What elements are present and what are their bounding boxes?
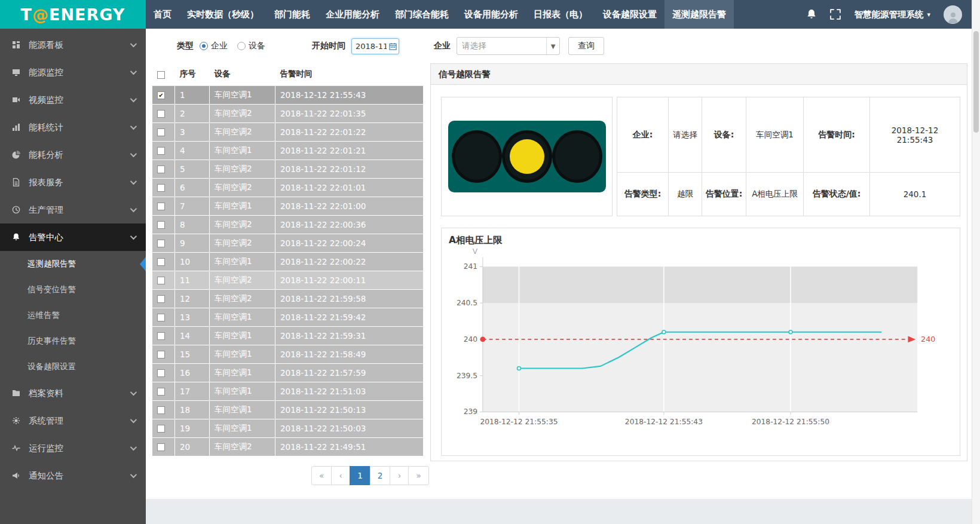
system-menu[interactable]: 智慧能源管理系统 ▾ bbox=[854, 9, 930, 20]
nav-item[interactable]: 实时数据（秒级） bbox=[179, 0, 267, 29]
row-checkbox[interactable] bbox=[157, 406, 165, 414]
table-row[interactable]: 3车间空调22018-11-22 22:01:22 bbox=[152, 122, 424, 141]
pagination: «‹12›» bbox=[311, 466, 429, 485]
info-label: 告警类型: bbox=[617, 173, 669, 216]
query-button[interactable]: 查询 bbox=[568, 37, 604, 55]
cell-no: 19 bbox=[175, 419, 210, 437]
table-row[interactable]: 11车间空调22018-11-22 22:00:11 bbox=[152, 271, 424, 289]
row-checkbox[interactable] bbox=[157, 110, 165, 118]
table-row[interactable]: ✔1车间空调12018-12-12 21:55:43 bbox=[152, 85, 424, 104]
row-checkbox[interactable] bbox=[157, 128, 165, 136]
row-checkbox[interactable] bbox=[157, 369, 165, 377]
row-checkbox[interactable] bbox=[157, 314, 165, 321]
chevron-down-icon: ▼ bbox=[546, 38, 559, 54]
sidebar-item[interactable]: 能源监控 bbox=[0, 59, 146, 86]
sidebar-subitem[interactable]: 运维告警 bbox=[0, 302, 146, 328]
table-row[interactable]: 10车间空调12018-11-22 22:00:22 bbox=[152, 252, 424, 271]
row-checkbox[interactable] bbox=[157, 221, 165, 229]
sidebar-subitem[interactable]: 信号变位告警 bbox=[0, 277, 146, 302]
table-row[interactable]: 6车间空调22018-11-22 22:01:01 bbox=[152, 178, 424, 197]
page-button-1[interactable]: 1 bbox=[350, 466, 370, 485]
table-row[interactable]: 8车间空调22018-11-22 22:00:36 bbox=[152, 215, 424, 234]
row-checkbox[interactable] bbox=[157, 240, 165, 247]
page-scrollbar[interactable] bbox=[972, 0, 980, 524]
page-button-2[interactable]: 2 bbox=[370, 466, 391, 485]
enterprise-select[interactable]: 请选择 ▼ bbox=[457, 37, 560, 55]
row-checkbox[interactable] bbox=[157, 295, 165, 303]
sidebar-subitem[interactable]: 遥测越限告警 bbox=[0, 251, 146, 277]
page-button-«[interactable]: « bbox=[311, 466, 332, 485]
cell-device: 车间空调1 bbox=[210, 85, 275, 104]
calendar-icon[interactable] bbox=[389, 42, 397, 50]
sidebar-item[interactable]: 报表服务 bbox=[0, 168, 146, 196]
table-row[interactable]: 14车间空调12018-11-22 21:59:31 bbox=[152, 326, 424, 345]
sidebar-item[interactable]: 系统管理 bbox=[0, 407, 146, 434]
nav-item[interactable]: 部门能耗 bbox=[267, 0, 318, 29]
app-logo[interactable]: T@ENERGY bbox=[0, 0, 146, 29]
sidebar-subitem[interactable]: 设备越限设置 bbox=[0, 354, 146, 379]
table-row[interactable]: 17车间空调12018-11-22 21:51:03 bbox=[152, 382, 424, 400]
dashboard-icon bbox=[12, 41, 22, 49]
sidebar-item[interactable]: 运行监控 bbox=[0, 434, 146, 462]
sidebar-item[interactable]: 视频监控 bbox=[0, 86, 146, 114]
page-button-‹[interactable]: ‹ bbox=[331, 466, 350, 485]
row-checkbox[interactable] bbox=[157, 351, 165, 358]
table-row[interactable]: 2车间空调22018-11-22 22:01:35 bbox=[152, 104, 424, 122]
cell-device: 车间空调2 bbox=[210, 215, 275, 234]
panel-title: 信号越限告警 bbox=[431, 64, 967, 85]
nav-item[interactable]: 遥测越限告警 bbox=[664, 0, 734, 29]
table-row[interactable]: 7车间空调12018-11-22 22:01:00 bbox=[152, 197, 424, 215]
table-row[interactable]: 4车间空调12018-11-22 22:01:21 bbox=[152, 141, 424, 160]
cell-time: 2018-11-22 22:01:12 bbox=[275, 160, 424, 178]
type-radio-企业[interactable]: 企业 bbox=[200, 41, 228, 51]
notifications-bell-icon[interactable] bbox=[806, 9, 817, 20]
scrollbar-thumb[interactable] bbox=[973, 31, 979, 133]
table-row[interactable]: 16车间空调12018-11-22 21:57:59 bbox=[152, 363, 424, 382]
fullscreen-icon[interactable] bbox=[830, 9, 841, 20]
table-row[interactable]: 18车间空调12018-11-22 21:50:13 bbox=[152, 400, 424, 419]
page-button-»[interactable]: » bbox=[408, 466, 428, 485]
run-monitor-icon bbox=[12, 444, 22, 452]
row-checkbox[interactable] bbox=[157, 203, 165, 210]
nav-item[interactable]: 设备越限设置 bbox=[595, 0, 664, 29]
sidebar-item[interactable]: 能源看板 bbox=[0, 31, 146, 59]
nav-item[interactable]: 设备用能分析 bbox=[457, 0, 526, 29]
nav-item[interactable]: 首页 bbox=[146, 0, 179, 29]
row-checkbox[interactable] bbox=[157, 425, 165, 433]
sidebar-item[interactable]: 通知公告 bbox=[0, 462, 146, 489]
row-checkbox[interactable] bbox=[157, 258, 165, 266]
row-checkbox[interactable] bbox=[157, 443, 165, 451]
row-checkbox[interactable] bbox=[157, 332, 165, 340]
type-radio-设备[interactable]: 设备 bbox=[237, 41, 265, 51]
select-all-checkbox[interactable] bbox=[157, 71, 165, 79]
cell-no: 16 bbox=[175, 363, 210, 382]
table-row[interactable]: 5车间空调22018-11-22 22:01:12 bbox=[152, 160, 424, 178]
table-row[interactable]: 12车间空调22018-11-22 21:59:58 bbox=[152, 289, 424, 308]
row-checkbox[interactable] bbox=[157, 277, 165, 284]
nav-item[interactable]: 日报表（电） bbox=[526, 0, 595, 29]
sidebar-item[interactable]: 能耗分析 bbox=[0, 141, 146, 168]
table-row[interactable]: 15车间空调12018-11-22 21:58:49 bbox=[152, 345, 424, 363]
sidebar-menu: 能源看板能源监控视频监控能耗统计能耗分析报表服务生产管理告警中心遥测越限告警信号… bbox=[0, 31, 146, 489]
traffic-lamp-red bbox=[452, 130, 502, 183]
row-checkbox[interactable] bbox=[157, 147, 165, 155]
table-row[interactable]: 20车间空调22018-11-22 21:49:51 bbox=[152, 437, 424, 456]
traffic-light-card bbox=[441, 97, 612, 216]
row-checkbox[interactable] bbox=[157, 388, 165, 396]
cell-no: 8 bbox=[175, 215, 210, 234]
sidebar-item[interactable]: 档案资料 bbox=[0, 379, 146, 407]
sidebar-item[interactable]: 生产管理 bbox=[0, 196, 146, 223]
nav-item[interactable]: 企业用能分析 bbox=[318, 0, 387, 29]
sidebar-item[interactable]: 能耗统计 bbox=[0, 114, 146, 141]
sidebar-subitem[interactable]: 历史事件告警 bbox=[0, 328, 146, 354]
avatar[interactable] bbox=[944, 5, 962, 24]
row-checkbox[interactable]: ✔ bbox=[157, 91, 165, 99]
row-checkbox[interactable] bbox=[157, 166, 165, 173]
nav-item[interactable]: 部门综合能耗 bbox=[387, 0, 457, 29]
table-row[interactable]: 19车间空调12018-11-22 21:50:03 bbox=[152, 419, 424, 437]
page-button-›[interactable]: › bbox=[390, 466, 409, 485]
sidebar-item[interactable]: 告警中心 bbox=[0, 223, 146, 251]
row-checkbox[interactable] bbox=[157, 184, 165, 192]
table-row[interactable]: 13车间空调12018-11-22 21:59:42 bbox=[152, 308, 424, 326]
table-row[interactable]: 9车间空调22018-11-22 22:00:24 bbox=[152, 234, 424, 252]
